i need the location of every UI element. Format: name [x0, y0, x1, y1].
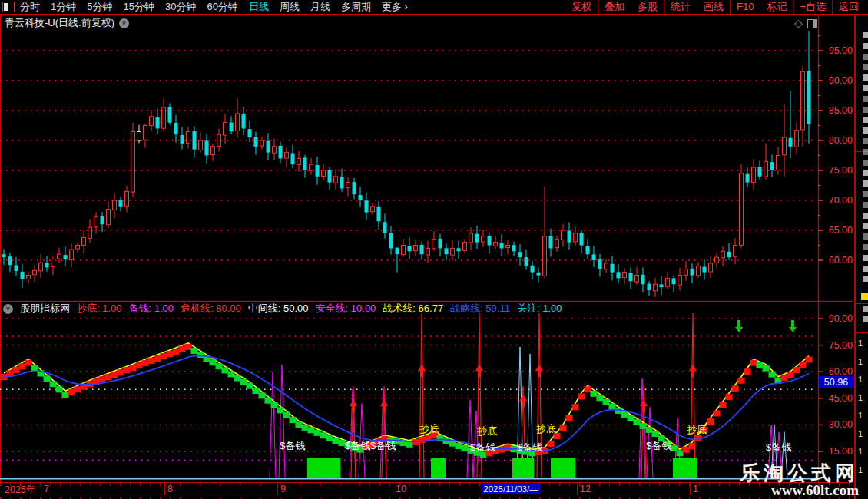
osc-y-axis-label: 45.00: [820, 393, 853, 404]
layout-split-icon[interactable]: [2, 2, 15, 12]
candle-body-up: [678, 276, 682, 286]
candle-body-down: [488, 236, 492, 245]
menu-item-4[interactable]: 画线: [697, 0, 730, 14]
candle-body-up: [414, 246, 418, 251]
candle-body-up: [684, 269, 688, 276]
menu-item-8[interactable]: 返回: [832, 0, 865, 14]
menu-item-7[interactable]: +自选: [793, 0, 832, 14]
candle-body-up: [426, 248, 430, 255]
green-block: [551, 458, 575, 478]
candle-body-down: [21, 272, 25, 279]
ribbon-step: [308, 427, 315, 433]
ribbon-step: [572, 404, 579, 410]
ribbon-step: [683, 447, 690, 453]
chevron-down-circle-icon[interactable]: ˅: [119, 18, 129, 28]
ribbon-step: [757, 362, 764, 368]
period-tab-9[interactable]: 多周期: [341, 0, 371, 14]
green-block: [673, 458, 697, 478]
strip-divider-3: [856, 303, 868, 304]
period-tab-3[interactable]: 15分钟: [123, 0, 154, 14]
x-axis-band[interactable]: 2025年 2025/11/03/— 78910121: [0, 482, 853, 497]
main-y-axis-label: 95.00: [820, 45, 853, 56]
period-tab-5[interactable]: 60分钟: [207, 0, 237, 14]
candle-body-up: [654, 284, 658, 291]
clipped-glyph: [863, 306, 868, 312]
candle-body-down: [770, 162, 774, 170]
candle-body-down: [457, 248, 461, 251]
candle-body-down: [303, 157, 307, 170]
strip-divider-4: [856, 332, 868, 333]
candle-body-up: [764, 161, 768, 177]
candle-body-up: [469, 233, 473, 243]
period-tab-2[interactable]: 5分钟: [87, 0, 112, 14]
main-y-axis-label: 70.00: [820, 195, 853, 206]
candle-body-up: [236, 114, 240, 131]
ribbon-step: [566, 415, 573, 421]
clipped-glyph: [863, 127, 868, 134]
indicator-field-0: 抄底: 1.00: [77, 302, 122, 316]
period-tab-10[interactable]: 更多 ›: [382, 0, 408, 14]
green-block: [431, 458, 446, 478]
ribbon-step: [222, 367, 229, 373]
green-block: [307, 458, 340, 478]
clipped-glyph: [863, 276, 868, 282]
menu-item-1[interactable]: 叠加: [598, 0, 631, 14]
diamond-marker-icon[interactable]: ◇: [794, 17, 803, 29]
ribbon-step: [781, 375, 788, 381]
candle-body-down: [525, 257, 528, 266]
period-tab-7[interactable]: 周线: [280, 0, 300, 14]
candle-body-up: [260, 140, 264, 146]
period-tab-0[interactable]: 分时: [20, 0, 40, 14]
candle-body-down: [703, 267, 707, 273]
candle-body-down: [592, 254, 596, 260]
money-signal-label: $备钱: [345, 439, 370, 453]
candle-body-up: [310, 164, 313, 170]
candle-body-up: [635, 276, 639, 282]
ribbon-step: [210, 359, 217, 365]
ribbon-step: [443, 438, 450, 444]
clipped-glyph: [863, 117, 868, 123]
strip-value-4: 1: [858, 411, 863, 420]
collapse-circle-icon[interactable]: ˅: [3, 304, 13, 314]
candle-body-down: [445, 248, 449, 254]
candle-body-down: [512, 245, 516, 251]
indicator-value-badge: 50.96: [819, 376, 853, 388]
menu-item-5[interactable]: F10: [730, 0, 760, 14]
menu-item-2[interactable]: 多股: [631, 0, 664, 14]
ribbon-step: [793, 367, 800, 373]
ribbon-step: [75, 386, 81, 392]
ribbon-step: [707, 418, 714, 425]
period-tab-6[interactable]: 日线: [249, 0, 269, 14]
candle-body-up: [795, 131, 799, 147]
red-signal-spike: [691, 313, 695, 478]
ribbon-step: [302, 425, 309, 431]
red-up-arrow: [535, 364, 543, 377]
candle-body-up: [162, 107, 166, 128]
ribbon-step: [191, 348, 198, 354]
right-sidebar-strip[interactable]: 11111111: [854, 0, 868, 499]
menu-item-0[interactable]: 复权: [565, 0, 598, 14]
ribbon-step: [628, 415, 634, 421]
ribbon-step: [578, 394, 585, 400]
candle-body-down: [629, 273, 633, 281]
ribbon-step: [56, 386, 63, 392]
period-tab-1[interactable]: 1分钟: [51, 0, 76, 14]
money-signal-label: $备钱: [280, 439, 305, 453]
candle-body-down: [691, 269, 694, 276]
candle-body-up: [224, 123, 227, 136]
candle-body-up: [715, 257, 719, 263]
green-down-arrow: [735, 320, 743, 332]
window-panel-icon[interactable]: [807, 19, 817, 28]
candle-body-up: [27, 276, 31, 279]
osc-y-axis-label: 90.00: [820, 313, 853, 324]
main-y-axis-label: 80.00: [820, 135, 853, 146]
period-tab-4[interactable]: 30分钟: [165, 0, 196, 14]
menu-item-3[interactable]: 统计: [664, 0, 697, 14]
strip-value-0: 1: [858, 339, 863, 348]
clipped-glyph: [863, 85, 868, 91]
period-tab-8[interactable]: 月线: [310, 0, 330, 14]
menu-item-6[interactable]: 标记: [760, 0, 793, 14]
money-signal-label: $备钱: [470, 441, 495, 454]
main-y-axis-label: 75.00: [820, 165, 853, 176]
month-tick-0: [41, 483, 41, 495]
